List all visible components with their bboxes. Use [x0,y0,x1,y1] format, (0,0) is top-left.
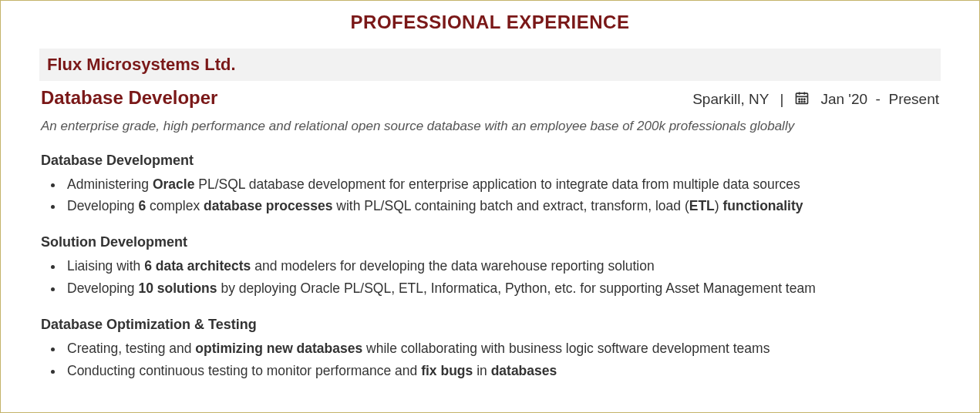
experience-groups: Database DevelopmentAdministering Oracle… [39,153,941,382]
date-start: Jan '20 [820,91,867,107]
bullet-item: Creating, testing and optimizing new dat… [64,337,941,360]
bullet-item: Liaising with 6 data architects and mode… [64,255,941,277]
separator-pipe: | [780,91,783,108]
svg-point-8 [802,101,803,102]
job-summary: An enterprise grade, high performance an… [39,119,941,134]
date-end: Present [889,91,939,107]
group-heading: Database Optimization & Testing [39,317,941,333]
job-location: Sparkill, NY [692,91,769,108]
bullet-list: Creating, testing and optimizing new dat… [39,337,941,382]
bullet-item: Developing 10 solutions by deploying Ora… [64,277,941,300]
company-name: Flux Microsystems Ltd. [47,55,236,74]
job-header-row: Database Developer Sparkill, NY | Jan '2… [39,87,941,109]
bullet-list: Liaising with 6 data architects and mode… [39,255,941,300]
job-dates: Jan '20 - Present [820,91,939,108]
svg-point-6 [804,99,805,99]
job-title: Database Developer [41,87,217,109]
bullet-item: Developing 6 complex database processes … [64,195,941,217]
svg-point-4 [799,99,800,99]
job-meta: Sparkill, NY | Jan '20 - Present [692,90,939,109]
bullet-item: Administering Oracle PL/SQL database dev… [64,173,941,196]
group-heading: Database Development [39,153,941,169]
bullet-item: Conducting continuous testing to monitor… [64,360,941,382]
calendar-icon [794,90,810,109]
svg-point-7 [799,101,800,102]
bullet-list: Administering Oracle PL/SQL database dev… [39,173,941,218]
svg-point-5 [802,99,803,99]
section-title: PROFESSIONAL EXPERIENCE [39,12,941,33]
group-heading: Solution Development [39,234,941,250]
company-bar: Flux Microsystems Ltd. [39,49,941,81]
svg-point-9 [804,101,805,102]
